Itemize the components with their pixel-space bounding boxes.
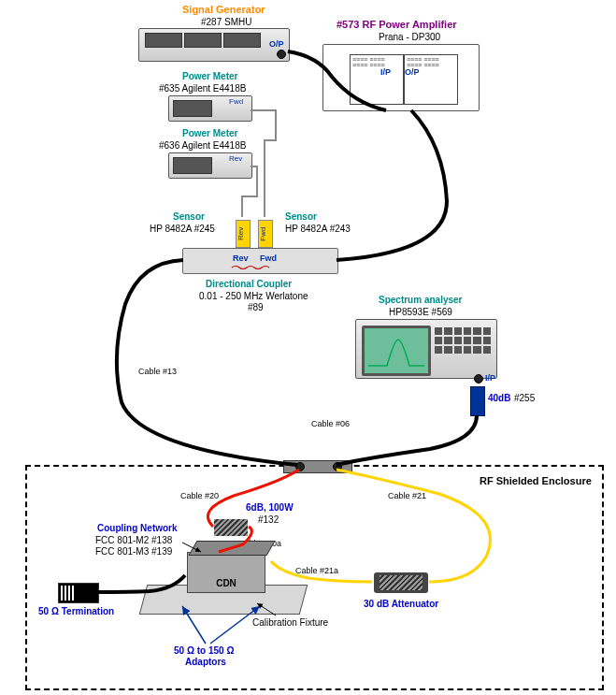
cdn-top <box>188 541 275 556</box>
coupling-network-title: Coupling Network <box>97 523 178 534</box>
adaptors-line1: 50 Ω to 150 Ω <box>174 645 234 657</box>
spectrum-analyser-box <box>355 319 497 379</box>
sensor-fwd-title: Sensor <box>285 211 317 223</box>
sensor-fwd-block: Fwd <box>258 220 273 248</box>
atten6-id: #132 <box>258 514 279 526</box>
sensor-fwd-model: HP 8482A #243 <box>285 224 351 235</box>
pm-rev-tag: Rev <box>229 154 242 164</box>
sig-gen-title: Signal Generator <box>182 4 265 16</box>
termination-box <box>58 583 99 603</box>
cable21a-label: Cable #21a <box>295 566 338 576</box>
sig-gen-id: #287 SMHU <box>201 17 251 28</box>
termination-label: 50 Ω Termination <box>38 606 114 617</box>
cable06-label: Cable #06 <box>311 419 350 429</box>
spectrum-title: Spectrum analyser <box>379 295 463 306</box>
spectrum-input-port <box>474 374 483 384</box>
pm-fwd-model: #635 Agilent E4418B <box>159 83 246 94</box>
spectrum-model: HP8593E #569 <box>389 307 452 318</box>
coupler-spec: 0.01 - 250 MHz Werlatone <box>199 291 308 302</box>
coupler-id: #89 <box>248 302 264 313</box>
sensor-rev-block: Rev <box>236 220 251 248</box>
sig-gen-op-label: O/P <box>269 39 284 50</box>
coupler-title: Directional Coupler <box>206 279 292 290</box>
pm-rev-model: #636 Agilent E4418B <box>159 140 246 152</box>
attenuator-40db <box>470 386 485 416</box>
coupling-m2: FCC 801-M2 #138 <box>95 535 172 546</box>
attenuator-30db <box>374 572 428 593</box>
amplifier-box: ≡≡≡≡ ≡≡≡≡ ≡≡≡≡ ≡≡≡≡ ≡≡≡≡ ≡≡≡≡ ≡≡≡≡ ≡≡≡≡ <box>322 44 480 111</box>
cable13-label: Cable #13 <box>138 367 177 377</box>
coupler-fwd-label: Fwd <box>260 253 277 263</box>
pm-fwd-tag: Fwd <box>229 97 243 107</box>
sensor-rev-title: Sensor <box>173 211 205 223</box>
atten30-label: 30 dB Attenuator <box>364 599 438 610</box>
atten40-label: 40dB <box>488 393 510 404</box>
cdn-box: CDN <box>187 552 265 593</box>
rf-shielded-enclosure <box>25 465 604 690</box>
spectrum-ip-label: I/P <box>485 373 495 384</box>
directional-coupler-box: Rev Fwd <box>182 248 338 274</box>
amp-model: Prana - DP300 <box>379 32 440 43</box>
adaptors-line2: Adaptors <box>185 657 226 668</box>
pm-fwd-title: Power Meter <box>182 71 237 82</box>
amp-op-label: O/P <box>405 67 420 78</box>
cal-fixture-label: Calibration Fixture <box>252 617 328 629</box>
enclosure-title: RF Shielded Enclosure <box>480 475 592 487</box>
amp-title: #573 RF Power Amplifier <box>337 19 457 31</box>
sensor-rev-model: HP 8482A #245 <box>150 224 215 235</box>
cable20-label: Cable #20 <box>180 491 219 501</box>
sig-gen-output-port <box>277 50 286 59</box>
coupler-rev-label: Rev <box>233 253 249 263</box>
attenuator-6db <box>214 519 248 536</box>
cdn-label: CDN <box>188 578 265 588</box>
atten40-id: #255 <box>514 393 535 404</box>
amp-ip-label: I/P <box>380 67 391 78</box>
atten6-label: 6dB, 100W <box>246 502 294 514</box>
signal-generator-box <box>138 28 290 62</box>
cable21-label: Cable #21 <box>388 491 426 501</box>
pm-rev-title: Power Meter <box>182 128 237 139</box>
coupling-m3: FCC 801-M3 #139 <box>95 546 172 557</box>
